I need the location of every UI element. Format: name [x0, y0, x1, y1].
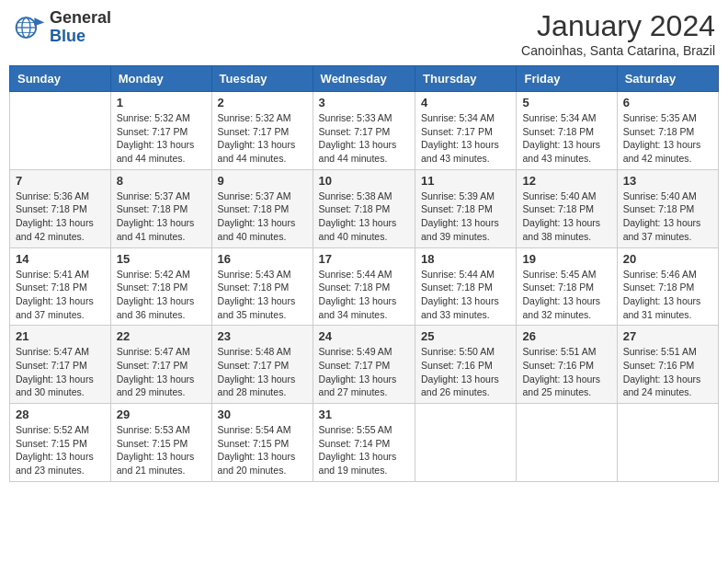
calendar-day-cell: 18Sunrise: 5:44 AM Sunset: 7:18 PM Dayli… [415, 247, 517, 326]
day-info: Sunrise: 5:32 AM Sunset: 7:17 PM Dayligh… [218, 111, 307, 166]
day-info: Sunrise: 5:38 AM Sunset: 7:18 PM Dayligh… [319, 190, 409, 244]
day-info: Sunrise: 5:37 AM Sunset: 7:18 PM Dayligh… [218, 190, 307, 244]
logo-text: General Blue [50, 9, 111, 46]
day-info: Sunrise: 5:47 AM Sunset: 7:17 PM Dayligh… [117, 345, 206, 399]
calendar-day-cell: 22Sunrise: 5:47 AM Sunset: 7:17 PM Dayli… [110, 326, 211, 404]
calendar-day-cell: 21Sunrise: 5:47 AM Sunset: 7:17 PM Dayli… [10, 326, 111, 404]
calendar-day-cell: 1Sunrise: 5:32 AM Sunset: 7:17 PM Daylig… [110, 92, 211, 170]
calendar-day-cell [415, 404, 517, 482]
day-number: 17 [319, 252, 409, 266]
calendar-day-cell: 17Sunrise: 5:44 AM Sunset: 7:18 PM Dayli… [313, 247, 415, 326]
day-info: Sunrise: 5:47 AM Sunset: 7:17 PM Dayligh… [16, 345, 105, 399]
calendar-day-cell: 27Sunrise: 5:51 AM Sunset: 7:16 PM Dayli… [617, 326, 718, 404]
day-number: 15 [117, 252, 206, 266]
weekday-header-cell: Friday [517, 66, 617, 92]
day-info: Sunrise: 5:41 AM Sunset: 7:18 PM Dayligh… [16, 268, 105, 322]
day-number: 29 [117, 408, 206, 421]
day-number: 1 [117, 96, 206, 109]
day-info: Sunrise: 5:39 AM Sunset: 7:18 PM Dayligh… [421, 190, 510, 244]
calendar-week-row: 1Sunrise: 5:32 AM Sunset: 7:17 PM Daylig… [10, 92, 719, 170]
calendar-week-row: 28Sunrise: 5:52 AM Sunset: 7:15 PM Dayli… [10, 404, 719, 482]
calendar-week-row: 14Sunrise: 5:41 AM Sunset: 7:18 PM Dayli… [10, 247, 719, 326]
calendar-day-cell: 19Sunrise: 5:45 AM Sunset: 7:18 PM Dayli… [517, 247, 617, 326]
day-info: Sunrise: 5:43 AM Sunset: 7:18 PM Dayligh… [218, 268, 307, 322]
day-info: Sunrise: 5:51 AM Sunset: 7:16 PM Dayligh… [623, 345, 712, 399]
day-info: Sunrise: 5:35 AM Sunset: 7:18 PM Dayligh… [623, 111, 712, 166]
calendar-day-cell: 6Sunrise: 5:35 AM Sunset: 7:18 PM Daylig… [617, 92, 718, 170]
day-info: Sunrise: 5:55 AM Sunset: 7:14 PM Dayligh… [319, 423, 409, 477]
day-number: 30 [218, 408, 307, 421]
day-number: 27 [623, 329, 712, 343]
calendar-day-cell [10, 92, 111, 170]
day-number: 10 [319, 174, 409, 188]
day-number: 31 [319, 408, 409, 421]
day-number: 14 [16, 252, 105, 266]
calendar-day-cell: 15Sunrise: 5:42 AM Sunset: 7:18 PM Dayli… [110, 247, 211, 326]
calendar-day-cell: 23Sunrise: 5:48 AM Sunset: 7:17 PM Dayli… [211, 326, 313, 404]
day-number: 22 [117, 329, 206, 343]
calendar-day-cell: 12Sunrise: 5:40 AM Sunset: 7:18 PM Dayli… [517, 169, 617, 247]
calendar-day-cell: 8Sunrise: 5:37 AM Sunset: 7:18 PM Daylig… [110, 169, 211, 247]
day-info: Sunrise: 5:49 AM Sunset: 7:17 PM Dayligh… [319, 345, 409, 399]
calendar-day-cell: 16Sunrise: 5:43 AM Sunset: 7:18 PM Dayli… [211, 247, 313, 326]
day-info: Sunrise: 5:45 AM Sunset: 7:18 PM Dayligh… [522, 268, 610, 322]
day-number: 12 [522, 174, 610, 188]
day-number: 19 [522, 252, 610, 266]
calendar-week-row: 7Sunrise: 5:36 AM Sunset: 7:18 PM Daylig… [10, 169, 719, 247]
day-number: 11 [421, 174, 510, 188]
day-number: 25 [421, 329, 510, 343]
day-number: 9 [218, 174, 307, 188]
month-title: January 2024 [521, 9, 715, 43]
svg-marker-6 [34, 17, 44, 26]
calendar-day-cell: 7Sunrise: 5:36 AM Sunset: 7:18 PM Daylig… [10, 169, 111, 247]
weekday-header-cell: Wednesday [313, 66, 415, 92]
day-number: 16 [218, 252, 307, 266]
day-info: Sunrise: 5:32 AM Sunset: 7:17 PM Dayligh… [117, 111, 206, 166]
day-number: 28 [16, 408, 105, 421]
day-info: Sunrise: 5:54 AM Sunset: 7:15 PM Dayligh… [218, 423, 307, 477]
day-info: Sunrise: 5:46 AM Sunset: 7:18 PM Dayligh… [623, 268, 712, 322]
calendar-week-row: 21Sunrise: 5:47 AM Sunset: 7:17 PM Dayli… [10, 326, 719, 404]
calendar-day-cell: 11Sunrise: 5:39 AM Sunset: 7:18 PM Dayli… [415, 169, 517, 247]
calendar-day-cell: 14Sunrise: 5:41 AM Sunset: 7:18 PM Dayli… [10, 247, 111, 326]
day-number: 23 [218, 329, 307, 343]
day-info: Sunrise: 5:37 AM Sunset: 7:18 PM Dayligh… [117, 190, 206, 244]
weekday-header-cell: Tuesday [211, 66, 313, 92]
day-info: Sunrise: 5:51 AM Sunset: 7:16 PM Dayligh… [522, 345, 610, 399]
day-info: Sunrise: 5:34 AM Sunset: 7:17 PM Dayligh… [421, 111, 510, 166]
calendar-table: SundayMondayTuesdayWednesdayThursdayFrid… [9, 65, 719, 482]
day-info: Sunrise: 5:36 AM Sunset: 7:18 PM Dayligh… [16, 190, 105, 244]
day-number: 13 [623, 174, 712, 188]
calendar-day-cell: 9Sunrise: 5:37 AM Sunset: 7:18 PM Daylig… [211, 169, 313, 247]
day-number: 5 [522, 96, 610, 109]
calendar-day-cell: 20Sunrise: 5:46 AM Sunset: 7:18 PM Dayli… [617, 247, 718, 326]
calendar-day-cell: 25Sunrise: 5:50 AM Sunset: 7:16 PM Dayli… [415, 326, 517, 404]
location-subtitle: Canoinhas, Santa Catarina, Brazil [521, 43, 715, 58]
day-number: 18 [421, 252, 510, 266]
calendar-day-cell: 13Sunrise: 5:40 AM Sunset: 7:18 PM Dayli… [617, 169, 718, 247]
logo: General Blue [13, 9, 111, 46]
day-number: 8 [117, 174, 206, 188]
day-number: 3 [319, 96, 409, 109]
header: General Blue January 2024 Canoinhas, San… [9, 9, 719, 58]
weekday-header-cell: Thursday [415, 66, 517, 92]
day-number: 21 [16, 329, 105, 343]
calendar-day-cell: 5Sunrise: 5:34 AM Sunset: 7:18 PM Daylig… [517, 92, 617, 170]
day-info: Sunrise: 5:44 AM Sunset: 7:18 PM Dayligh… [421, 268, 510, 322]
calendar-day-cell: 3Sunrise: 5:33 AM Sunset: 7:17 PM Daylig… [313, 92, 415, 170]
calendar-day-cell [517, 404, 617, 482]
weekday-header-cell: Sunday [10, 66, 111, 92]
day-number: 26 [522, 329, 610, 343]
day-number: 2 [218, 96, 307, 109]
weekday-header-row: SundayMondayTuesdayWednesdayThursdayFrid… [10, 66, 719, 92]
day-number: 6 [623, 96, 712, 109]
day-number: 7 [16, 174, 105, 188]
calendar-day-cell: 31Sunrise: 5:55 AM Sunset: 7:14 PM Dayli… [313, 404, 415, 482]
weekday-header-cell: Saturday [617, 66, 718, 92]
day-info: Sunrise: 5:40 AM Sunset: 7:18 PM Dayligh… [623, 190, 712, 244]
day-info: Sunrise: 5:40 AM Sunset: 7:18 PM Dayligh… [522, 190, 610, 244]
calendar-day-cell: 4Sunrise: 5:34 AM Sunset: 7:17 PM Daylig… [415, 92, 517, 170]
calendar-day-cell: 2Sunrise: 5:32 AM Sunset: 7:17 PM Daylig… [211, 92, 313, 170]
calendar-day-cell: 28Sunrise: 5:52 AM Sunset: 7:15 PM Dayli… [10, 404, 111, 482]
calendar-day-cell [617, 404, 718, 482]
